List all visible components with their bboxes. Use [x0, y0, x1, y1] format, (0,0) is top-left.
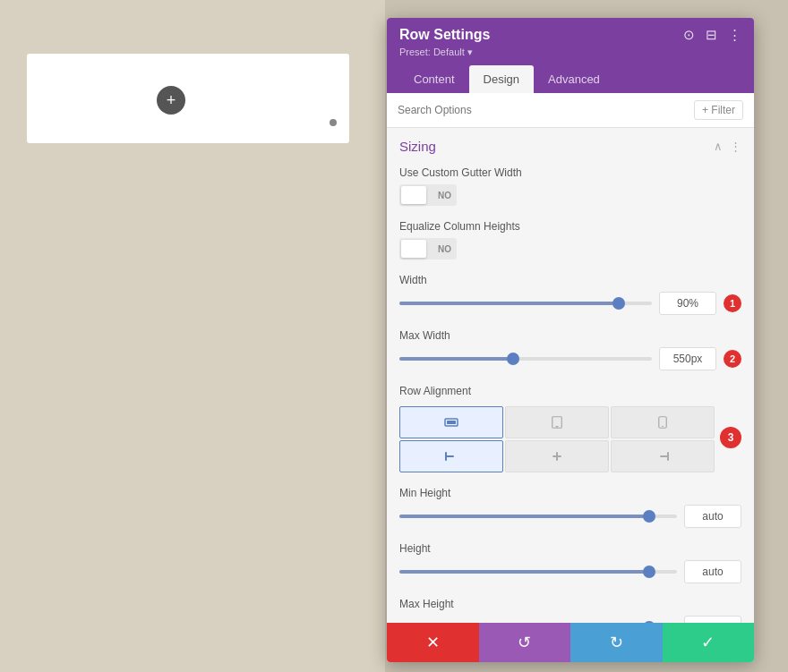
- row-alignment-label: Row Alignment: [399, 385, 741, 397]
- max-height-input[interactable]: [684, 616, 741, 623]
- width-row: Width 1: [387, 268, 754, 324]
- preset-label[interactable]: Preset: Default ▾: [399, 47, 741, 58]
- min-height-slider-row: [399, 505, 741, 528]
- align-right[interactable]: [611, 440, 715, 472]
- max-width-slider-fill: [399, 357, 513, 361]
- align-mobile[interactable]: [611, 406, 715, 438]
- svg-point-5: [662, 426, 664, 428]
- row-settings-panel: Row Settings ⊙ ⊟ ⋮ Preset: Default ▾ Con…: [387, 18, 754, 662]
- align-grid-wrap: [399, 403, 715, 472]
- row-alignment-row: Row Alignment: [387, 379, 754, 481]
- width-input[interactable]: [659, 292, 716, 315]
- width-label: Width: [399, 274, 741, 286]
- svg-rect-1: [447, 421, 456, 424]
- panel-content: Sizing ∧ ⋮ Use Custom Gutter Width NO Eq…: [387, 128, 754, 623]
- cancel-button[interactable]: ✕: [387, 623, 479, 662]
- min-height-label: Min Height: [399, 487, 741, 499]
- max-width-badge: 2: [724, 350, 741, 368]
- custom-gutter-toggle[interactable]: NO: [399, 184, 457, 206]
- max-width-row: Max Width 2: [387, 324, 754, 379]
- max-width-input[interactable]: [659, 347, 716, 370]
- confirm-button[interactable]: ✓: [663, 623, 755, 662]
- svg-rect-3: [556, 426, 559, 428]
- panel-title: Row Settings: [399, 27, 490, 43]
- panel-header-top: Row Settings ⊙ ⊟ ⋮: [399, 27, 741, 43]
- align-tablet[interactable]: [505, 406, 609, 438]
- height-slider-fill: [399, 570, 649, 574]
- align-left[interactable]: [399, 440, 503, 472]
- toggle-knob: [401, 186, 426, 204]
- sizing-section-header: Sizing ∧ ⋮: [387, 128, 754, 161]
- bottom-toolbar: ✕ ↺ ↻ ✓: [387, 623, 754, 662]
- max-height-label: Max Height: [399, 598, 741, 610]
- max-height-slider-thumb[interactable]: [643, 621, 655, 623]
- more-options-icon[interactable]: ⋮: [728, 27, 741, 43]
- width-slider-thumb[interactable]: [612, 297, 625, 310]
- min-height-slider-track[interactable]: [399, 515, 677, 518]
- max-width-label: Max Width: [399, 329, 741, 342]
- align-grid-row2: [399, 440, 715, 472]
- height-input[interactable]: [684, 560, 741, 583]
- panel-header: Row Settings ⊙ ⊟ ⋮ Preset: Default ▾ Con…: [387, 18, 754, 93]
- width-slider-fill: [399, 302, 619, 305]
- tabs: Content Design Advanced: [399, 65, 741, 93]
- search-input[interactable]: [398, 104, 694, 116]
- height-label: Height: [399, 542, 741, 555]
- width-slider-track[interactable]: [399, 302, 652, 305]
- custom-gutter-row: Use Custom Gutter Width NO: [387, 161, 754, 215]
- equalize-heights-label: Equalize Column Heights: [399, 220, 741, 233]
- max-height-row: Max Height: [387, 592, 754, 623]
- max-width-slider-row: 2: [399, 347, 741, 370]
- alignment-badge: 3: [720, 427, 741, 448]
- dot-indicator: [330, 119, 337, 126]
- align-desktop[interactable]: [399, 406, 503, 438]
- section-actions: ∧ ⋮: [714, 140, 741, 153]
- width-badge: 1: [724, 294, 741, 312]
- tab-advanced[interactable]: Advanced: [534, 65, 614, 93]
- add-button[interactable]: +: [157, 86, 185, 115]
- min-height-row: Min Height: [387, 481, 754, 537]
- width-slider-row: 1: [399, 292, 741, 315]
- filter-button[interactable]: + Filter: [694, 100, 743, 120]
- custom-gutter-label: Use Custom Gutter Width: [399, 166, 741, 179]
- max-width-slider-track[interactable]: [399, 357, 652, 361]
- tab-design[interactable]: Design: [469, 65, 534, 93]
- section-more-icon[interactable]: ⋮: [730, 140, 741, 153]
- target-icon[interactable]: ⊙: [683, 27, 695, 43]
- min-height-input[interactable]: [684, 505, 741, 528]
- header-icons: ⊙ ⊟ ⋮: [683, 27, 741, 43]
- height-slider-track[interactable]: [399, 570, 677, 574]
- columns-icon[interactable]: ⊟: [706, 27, 717, 43]
- equalize-heights-row: Equalize Column Heights NO: [387, 215, 754, 268]
- height-row: Height: [387, 537, 754, 592]
- height-slider-row: [399, 560, 741, 583]
- height-slider-thumb[interactable]: [643, 566, 655, 578]
- white-card: [27, 54, 349, 143]
- equalize-heights-toggle[interactable]: NO: [399, 238, 457, 259]
- redo-button[interactable]: ↻: [570, 623, 663, 662]
- undo-button[interactable]: ↺: [479, 623, 571, 662]
- toggle-knob-2: [401, 240, 426, 258]
- toggle-no-label: NO: [438, 191, 451, 200]
- search-bar: + Filter: [387, 93, 754, 128]
- max-height-slider-row: [399, 616, 741, 623]
- align-center[interactable]: [505, 440, 609, 472]
- alignment-with-badge: 3: [399, 403, 741, 472]
- align-grid-row1: [399, 406, 715, 438]
- collapse-icon[interactable]: ∧: [714, 140, 723, 153]
- min-height-slider-thumb[interactable]: [643, 510, 655, 523]
- min-height-slider-fill: [399, 515, 649, 518]
- toggle-no-label-2: NO: [438, 244, 451, 254]
- sizing-title: Sizing: [399, 139, 436, 154]
- tab-content[interactable]: Content: [399, 65, 469, 93]
- max-width-slider-thumb[interactable]: [507, 353, 519, 365]
